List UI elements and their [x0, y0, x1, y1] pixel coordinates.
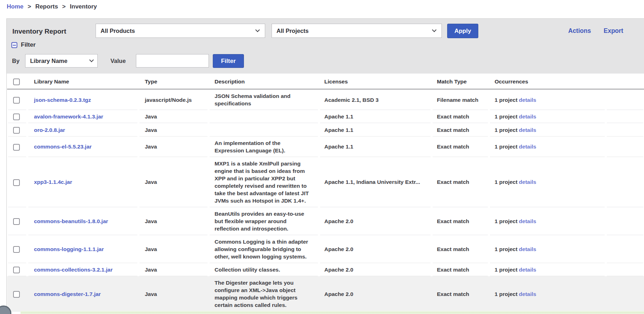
- row-checkbox[interactable]: [13, 127, 20, 134]
- row-checkbox[interactable]: [13, 144, 20, 151]
- row-checkbox[interactable]: [13, 179, 20, 186]
- library-name-link[interactable]: commons-collections-3.2.1.jar: [34, 267, 113, 273]
- type-cell: Java: [138, 235, 209, 263]
- table-row: json-schema-0.2.3.tgz javascript/Node.js…: [7, 89, 644, 110]
- occurrences-count: 1 project: [495, 291, 518, 297]
- breadcrumb-inventory: Inventory: [70, 3, 97, 10]
- licenses-cell: Apache 1.1: [319, 110, 432, 123]
- match-type-cell: Exact match: [432, 136, 489, 157]
- minus-icon: [13, 45, 16, 46]
- col-header-licenses: Licenses: [319, 75, 432, 89]
- table-header-row: Library Name Type Description Licenses M…: [7, 75, 644, 89]
- breadcrumb: Home > Reports > Inventory: [7, 3, 97, 10]
- col-header-match: Match Type: [432, 75, 489, 89]
- row-checkbox[interactable]: [13, 97, 20, 104]
- export-link[interactable]: Export: [604, 27, 623, 35]
- licenses-cell: Apache 2.0: [319, 263, 432, 276]
- details-link[interactable]: details: [519, 144, 536, 150]
- type-cell: Java: [138, 110, 209, 123]
- description-cell: The Digester package lets you configure …: [209, 276, 319, 312]
- description-cell: An implementation of the Expression Lang…: [209, 136, 319, 157]
- library-name-link[interactable]: oro-2.0.8.jar: [34, 127, 65, 133]
- type-cell: Java: [138, 263, 209, 276]
- licenses-cell: Apache 1.1: [319, 136, 432, 157]
- products-select[interactable]: All Products: [96, 24, 265, 38]
- report-toolbar: Inventory Report All Products All Projec…: [7, 19, 644, 74]
- breadcrumb-separator: >: [62, 3, 66, 10]
- library-name-link[interactable]: commons-el-5.5.23.jar: [34, 144, 92, 150]
- library-name-link[interactable]: xpp3-1.1.4c.jar: [34, 179, 72, 185]
- description-cell: BeanUtils provides an easy-to-use but fl…: [209, 207, 319, 235]
- row-checkbox[interactable]: [13, 218, 20, 225]
- col-header-occurrences: Occurrences: [489, 75, 606, 89]
- filter-by-select[interactable]: Library Name: [25, 54, 98, 68]
- description-cell: Collection utility classes.: [209, 263, 319, 276]
- details-link[interactable]: details: [519, 291, 536, 297]
- row-checkbox[interactable]: [13, 291, 20, 298]
- occurrences-count: 1 project: [495, 127, 518, 133]
- type-cell: Java: [138, 207, 209, 235]
- description-cell: JSON Schema validation and specification…: [209, 89, 319, 110]
- projects-select[interactable]: All Projects: [272, 24, 442, 38]
- details-link[interactable]: details: [519, 127, 536, 133]
- projects-select-value: All Projects: [277, 28, 309, 34]
- occurrences-count: 1 project: [495, 246, 518, 252]
- licenses-cell: Apache 2.0: [319, 207, 432, 235]
- match-type-cell: Exact match: [432, 235, 489, 263]
- row-checkbox[interactable]: [13, 267, 20, 273]
- table-row: commons-el-5.5.23.jar Java An implementa…: [7, 136, 644, 157]
- row-checkbox[interactable]: [13, 246, 20, 253]
- library-name-link[interactable]: commons-beanutils-1.8.0.jar: [34, 218, 108, 224]
- col-header-library: Library Name: [27, 75, 138, 89]
- type-cell: Java: [138, 276, 209, 312]
- match-type-cell: Exact match: [432, 276, 489, 312]
- library-name-link[interactable]: commons-logging-1.1.1.jar: [34, 246, 104, 252]
- page-title: Inventory Report: [12, 28, 66, 35]
- inventory-table: Library Name Type Description Licenses M…: [7, 75, 644, 312]
- breadcrumb-home-link[interactable]: Home: [7, 3, 23, 10]
- match-type-cell: Exact match: [432, 123, 489, 136]
- select-all-checkbox[interactable]: [13, 78, 20, 85]
- table-row: commons-beanutils-1.8.0.jar Java BeanUti…: [7, 207, 644, 235]
- products-select-value: All Products: [101, 28, 135, 34]
- match-type-cell: Exact match: [432, 157, 489, 207]
- type-cell: Java: [138, 157, 209, 207]
- licenses-cell: Apache 2.0: [319, 235, 432, 263]
- filter-value-input[interactable]: [136, 54, 209, 68]
- actions-link[interactable]: Actions: [568, 27, 591, 35]
- match-type-cell: Filename match: [432, 89, 489, 110]
- occurrences-count: 1 project: [495, 114, 518, 120]
- details-link[interactable]: details: [519, 114, 536, 120]
- type-cell: javascript/Node.js: [138, 89, 209, 110]
- chevron-down-icon: [255, 28, 260, 32]
- details-link[interactable]: details: [519, 246, 536, 252]
- description-cell: [209, 110, 319, 123]
- details-link[interactable]: details: [519, 218, 536, 224]
- filter-button[interactable]: Filter: [213, 54, 244, 68]
- breadcrumb-reports[interactable]: Reports: [35, 3, 58, 10]
- bottom-edge-strip: [21, 311, 644, 314]
- type-cell: Java: [138, 136, 209, 157]
- details-link[interactable]: details: [519, 179, 536, 185]
- licenses-cell: Academic 2.1, BSD 3: [319, 89, 432, 110]
- licenses-cell: Apache 2.0: [319, 276, 432, 312]
- table-row: commons-logging-1.1.1.jar Java Commons L…: [7, 235, 644, 263]
- table-row: commons-digester-1.7.jar Java The Digest…: [7, 276, 644, 312]
- apply-button[interactable]: Apply: [447, 24, 478, 38]
- details-link[interactable]: details: [519, 267, 536, 273]
- row-checkbox[interactable]: [13, 114, 20, 120]
- library-name-link[interactable]: avalon-framework-4.1.3.jar: [34, 114, 103, 120]
- library-name-link[interactable]: commons-digester-1.7.jar: [34, 291, 101, 297]
- occurrences-count: 1 project: [495, 97, 518, 103]
- library-name-link[interactable]: json-schema-0.2.3.tgz: [34, 97, 91, 103]
- table-row: xpp3-1.1.4c.jar Java MXP1 is a stable Xm…: [7, 157, 644, 207]
- filter-collapse-icon[interactable]: [11, 42, 17, 48]
- licenses-cell: Apache 1.1, Indiana University Extr...: [319, 157, 432, 207]
- breadcrumb-separator: >: [28, 3, 31, 10]
- table-row: oro-2.0.8.jar Java Apache 1.1 Exact matc…: [7, 123, 644, 136]
- type-cell: Java: [138, 123, 209, 136]
- description-cell: MXP1 is a stable XmlPull parsing engine …: [209, 157, 319, 207]
- chevron-down-icon: [89, 58, 94, 62]
- details-link[interactable]: details: [519, 97, 536, 103]
- table-row: commons-collections-3.2.1.jar Java Colle…: [7, 263, 644, 276]
